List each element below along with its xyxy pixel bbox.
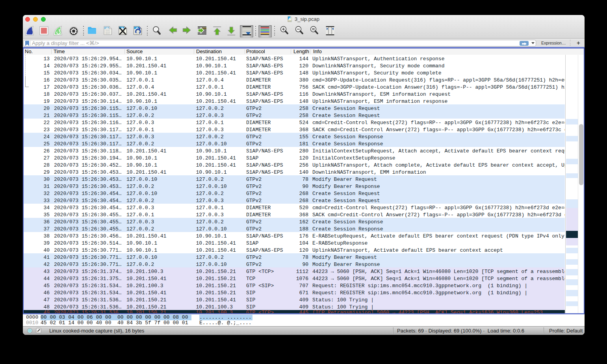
svg-text:0111: 0111 <box>136 33 140 35</box>
svg-text:0111: 0111 <box>105 33 110 35</box>
svg-text:010: 010 <box>288 20 291 22</box>
